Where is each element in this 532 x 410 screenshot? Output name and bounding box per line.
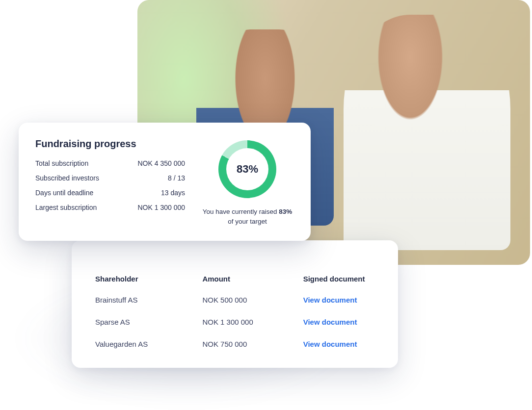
view-document-link[interactable]: View document bbox=[293, 296, 374, 304]
stat-value: NOK 4 350 000 bbox=[137, 159, 185, 167]
stat-label: Days until deadline bbox=[35, 189, 93, 197]
progress-title: Fundraising progress bbox=[35, 138, 185, 150]
cell-shareholder: Valuegarden AS bbox=[95, 340, 192, 348]
col-header-amount: Amount bbox=[202, 275, 283, 283]
progress-donut-column: 83% You have currently raised 83% of you… bbox=[201, 138, 294, 227]
stat-value: NOK 1 300 000 bbox=[137, 204, 185, 211]
hero-person-right bbox=[344, 15, 510, 250]
stat-label: Largest subscription bbox=[35, 204, 97, 211]
progress-caption: You have currently raised 83% of your ta… bbox=[201, 207, 294, 227]
table-row: Sparse AS NOK 1 300 000 View document bbox=[95, 318, 374, 326]
table-header-row: Shareholder Amount Signed document bbox=[95, 275, 374, 283]
stat-value: 8 / 13 bbox=[168, 174, 185, 182]
progress-stats-column: Fundraising progress Total subscription … bbox=[35, 138, 185, 227]
progress-donut-chart: 83% bbox=[218, 140, 276, 198]
view-document-link[interactable]: View document bbox=[293, 340, 374, 348]
stat-largest-subscription: Largest subscription NOK 1 300 000 bbox=[35, 204, 185, 211]
shareholder-table-card: Shareholder Amount Signed document Brain… bbox=[72, 240, 398, 368]
stat-value: 13 days bbox=[161, 189, 185, 197]
donut-percent-label: 83% bbox=[237, 163, 258, 176]
view-document-link[interactable]: View document bbox=[293, 318, 374, 326]
cell-shareholder: Sparse AS bbox=[95, 318, 192, 326]
stat-label: Subscribed investors bbox=[35, 174, 99, 182]
col-header-signed-document: Signed document bbox=[293, 275, 374, 283]
fundraising-progress-card: Fundraising progress Total subscription … bbox=[19, 123, 311, 241]
stat-subscribed-investors: Subscribed investors 8 / 13 bbox=[35, 174, 185, 182]
cell-shareholder: Brainstuff AS bbox=[95, 296, 192, 304]
table-row: Brainstuff AS NOK 500 000 View document bbox=[95, 296, 374, 304]
caption-suffix: of your target bbox=[228, 218, 267, 225]
donut-hole: 83% bbox=[226, 148, 268, 190]
cell-amount: NOK 1 300 000 bbox=[202, 318, 283, 326]
table-row: Valuegarden AS NOK 750 000 View document bbox=[95, 340, 374, 348]
caption-prefix: You have currently raised bbox=[203, 208, 279, 215]
stat-total-subscription: Total subscription NOK 4 350 000 bbox=[35, 159, 185, 167]
caption-bold: 83% bbox=[279, 208, 292, 215]
col-header-shareholder: Shareholder bbox=[95, 275, 192, 283]
cell-amount: NOK 500 000 bbox=[202, 296, 283, 304]
stat-label: Total subscription bbox=[35, 159, 88, 167]
stat-days-until-deadline: Days until deadline 13 days bbox=[35, 189, 185, 197]
cell-amount: NOK 750 000 bbox=[202, 340, 283, 348]
